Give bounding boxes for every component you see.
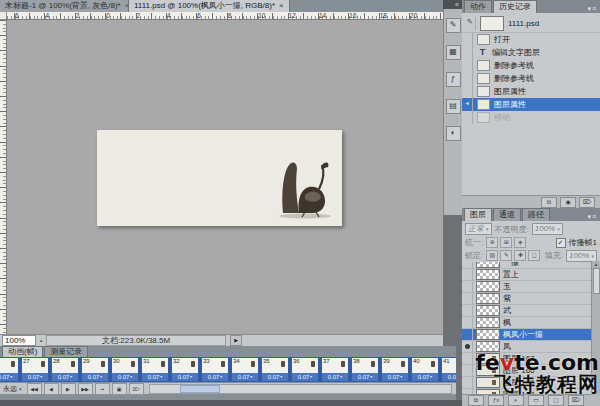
layer-row[interactable]: 置上 [462, 269, 591, 281]
history-step[interactable]: 打开 [462, 33, 600, 46]
layer-thumbnail[interactable] [476, 305, 500, 316]
animation-frame[interactable]: 28 0.07▾ [51, 357, 79, 382]
new-snapshot-icon[interactable]: ◉ [560, 197, 576, 208]
animation-frame[interactable]: 39 0.07▾ [381, 357, 409, 382]
panel-menu-icon[interactable]: ▾≡ [587, 213, 600, 221]
document-canvas[interactable] [97, 130, 342, 226]
visibility-toggle[interactable] [463, 353, 473, 364]
previous-frame-button[interactable]: ◀ [44, 383, 59, 395]
visibility-toggle[interactable] [463, 317, 473, 328]
panel-menu-icon[interactable]: ▾≡ [587, 5, 600, 13]
history-brush-well[interactable] [462, 98, 473, 111]
layer-thumbnail[interactable] [476, 329, 500, 340]
opacity-field[interactable]: 100%▾ [532, 223, 563, 235]
frame-delay-select[interactable]: 0.07▾ [382, 373, 408, 381]
frame-delay-select[interactable]: 0.07▾ [412, 373, 438, 381]
lock-pixels-icon[interactable]: ✎ [500, 250, 512, 261]
history-brush-well[interactable] [462, 59, 473, 72]
link-layers-icon[interactable]: ⧉ [468, 395, 484, 406]
history-step[interactable]: 图层属性 [462, 85, 600, 98]
tab-actions[interactable]: 动作 [464, 0, 492, 13]
tab-layers[interactable]: 图层 [464, 208, 492, 221]
scrollbar-thumb[interactable] [180, 385, 220, 393]
animation-frame[interactable]: 34 0.07▾ [231, 357, 259, 382]
frame-delay-select[interactable]: 0.07▾ [22, 373, 48, 381]
vertical-ruler[interactable] [0, 20, 7, 334]
animation-frame[interactable]: 26 0.07▾ [0, 357, 19, 382]
play-button[interactable]: ▶ [61, 383, 76, 395]
animation-frame[interactable]: 37 0.07▾ [321, 357, 349, 382]
history-step[interactable]: 图层属性 [462, 98, 600, 111]
frame-delay-select[interactable]: 0.07▾ [232, 373, 258, 381]
visibility-toggle[interactable] [463, 329, 473, 340]
styles-panel-icon[interactable]: ƒ [446, 72, 461, 87]
visibility-toggle[interactable] [463, 365, 473, 376]
loop-count-select[interactable]: 永远▾ [3, 384, 25, 394]
frame-delay-select[interactable]: 0.07▾ [442, 373, 456, 381]
frame-delay-select[interactable]: 0.07▾ [322, 373, 348, 381]
history-brush-well[interactable] [462, 33, 473, 46]
animation-frame[interactable]: 31 0.07▾ [141, 357, 169, 382]
layer-style-icon[interactable]: ƒx [488, 395, 504, 406]
tab-paths[interactable]: 路径 [522, 208, 550, 221]
tab-channels[interactable]: 通道 [493, 208, 521, 221]
new-layer-icon[interactable]: ▢ [548, 395, 564, 406]
frame-delay-select[interactable]: 0.07▾ [52, 373, 78, 381]
animation-frame[interactable]: 36 0.07▾ [291, 357, 319, 382]
horizontal-ruler[interactable]: 64202468101214161820 [7, 12, 443, 20]
next-frame-button[interactable]: ▶▶ [78, 383, 93, 395]
lock-all-icon[interactable]: ◻ [528, 250, 540, 261]
new-doc-from-state-icon[interactable]: ⧉ [541, 197, 557, 208]
frame-delay-select[interactable]: 0.07▾ [202, 373, 228, 381]
animation-frame[interactable]: 38 0.07▾ [351, 357, 379, 382]
first-frame-button[interactable]: ◀◀ [27, 383, 42, 395]
animation-frame[interactable]: 30 0.07▾ [111, 357, 139, 382]
zoom-level-field[interactable]: 100% [2, 335, 36, 346]
collapse-dock-icon[interactable]: « [443, 0, 462, 9]
history-brush-well[interactable] [462, 72, 473, 85]
frame-delay-select[interactable]: 0.07▾ [292, 373, 318, 381]
lock-transparency-icon[interactable]: ▨ [486, 250, 498, 261]
info-panel-icon[interactable]: ▤ [446, 99, 461, 114]
swatches-panel-icon[interactable]: ▦ [446, 45, 461, 60]
delete-state-icon[interactable]: ⌦ [579, 197, 595, 208]
blend-mode-select[interactable]: 正常▾ [465, 223, 492, 235]
layer-thumbnail[interactable] [476, 281, 500, 292]
animation-frame[interactable]: 32 0.07▾ [171, 357, 199, 382]
animation-frame[interactable]: 40 0.07▾ [411, 357, 439, 382]
delete-layer-icon[interactable]: ⌦ [568, 395, 584, 406]
history-step[interactable]: 删除参考线 [462, 72, 600, 85]
layer-row[interactable]: 武 [462, 305, 591, 317]
history-step[interactable]: 移动 [462, 111, 600, 124]
frame-delay-select[interactable]: 0.07▾ [352, 373, 378, 381]
animation-frame[interactable]: 41 0.07▾ [441, 357, 456, 382]
layer-row[interactable]: 枫凤小一撮 [462, 329, 591, 341]
brush-panel-icon[interactable]: ✎ [446, 18, 461, 33]
layer-row[interactable]: 紫 [462, 293, 591, 305]
tab-animation-frames[interactable]: 动画(帧) [2, 346, 43, 357]
layer-row[interactable]: 玉 [462, 281, 591, 293]
duplicate-frame-button[interactable]: ▣ [112, 383, 127, 395]
visibility-toggle[interactable] [463, 281, 473, 292]
tab-1111-psd[interactable]: 1111.psd @ 100%(枫凤小一撮, RGB/8)* × [129, 0, 290, 12]
history-step[interactable]: T 编辑文字图层 [462, 46, 600, 59]
visibility-toggle[interactable] [463, 305, 473, 316]
animation-frame[interactable]: 29 0.07▾ [81, 357, 109, 382]
new-group-icon[interactable]: ▭ [528, 395, 544, 406]
history-brush-well[interactable] [462, 85, 473, 98]
tab-history[interactable]: 历史记录 [493, 0, 537, 13]
history-brush-well[interactable]: ✎ [465, 17, 476, 30]
frames-scrollbar[interactable] [149, 384, 452, 394]
lock-position-icon[interactable]: ✚ [514, 250, 526, 261]
layer-mask-icon[interactable]: ◐ [508, 395, 524, 406]
tab-untitled-document[interactable]: 未标题-1 @ 100%(背景, 灰色/8)* × [0, 0, 129, 12]
tab-measurement-log[interactable]: 测量记录 [44, 346, 88, 357]
animation-frame[interactable]: 35 0.07▾ [261, 357, 289, 382]
layer-thumbnail[interactable] [476, 269, 500, 280]
adjustments-panel-icon[interactable]: ◐ [446, 126, 461, 141]
scroll-up-icon[interactable]: ▲ [594, 261, 599, 267]
scrollbar-thumb[interactable] [593, 268, 600, 294]
tween-button[interactable]: ⇝ [95, 383, 110, 395]
layer-row[interactable]: 一撮 [462, 262, 591, 269]
unify-position-icon[interactable]: ⊕ [486, 237, 498, 248]
